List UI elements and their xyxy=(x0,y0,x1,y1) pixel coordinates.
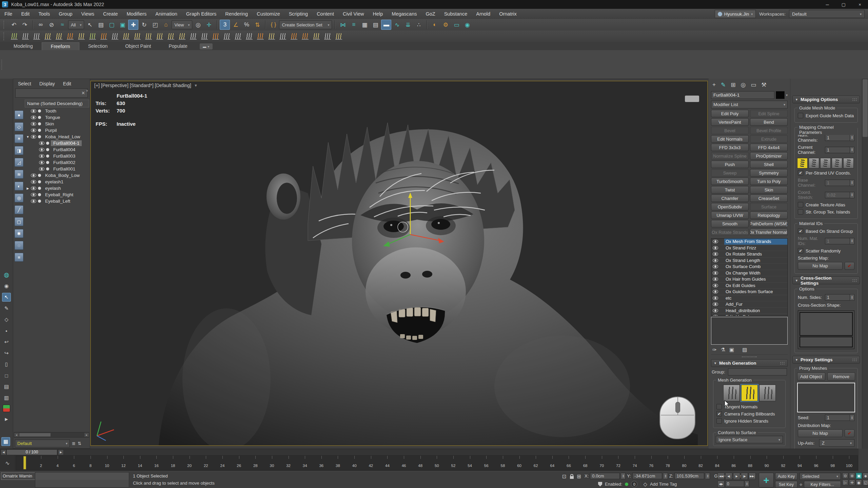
menu-item[interactable]: Megascans xyxy=(387,11,421,17)
stack-empty-listbox[interactable] xyxy=(711,317,788,345)
modifier-button[interactable]: Smooth xyxy=(711,220,749,227)
menu-item[interactable]: File xyxy=(0,11,17,17)
side-tool-icon[interactable]: ▯ xyxy=(2,360,11,369)
frame-tick[interactable]: 30 xyxy=(264,456,280,470)
frame-tick[interactable]: 40 xyxy=(346,456,363,470)
toolbar-icon[interactable]: ◐ xyxy=(430,20,440,30)
modifier-button[interactable]: Bevel Profile xyxy=(750,127,788,134)
spinner-row[interactable]: Coord. Stretch:0.02 xyxy=(798,190,854,200)
frame-tick[interactable]: 50 xyxy=(429,456,445,470)
list-icon[interactable]: ≣ xyxy=(72,441,76,446)
scene-object-row[interactable]: Tooth xyxy=(25,108,90,114)
toolbar-icon[interactable]: ∿ xyxy=(392,20,402,30)
ribbon-tab[interactable]: Object Paint xyxy=(116,42,160,50)
menu-item[interactable]: Animation xyxy=(151,11,181,17)
toolbar-icon[interactable]: ↶ xyxy=(9,20,19,30)
render-toggle-icon[interactable] xyxy=(38,122,41,125)
visibility-eye-icon[interactable] xyxy=(39,161,44,164)
motion-paths-icon[interactable]: ⟡ xyxy=(800,482,803,487)
spinner-arrows[interactable] xyxy=(850,147,854,153)
toolbar-icon[interactable]: ◎ xyxy=(193,20,203,30)
shield-icon[interactable] xyxy=(598,482,602,487)
selection-filter-select[interactable]: All▾ xyxy=(68,20,84,29)
toolbar-icon[interactable]: ▤ xyxy=(370,20,380,30)
expand-arrow-icon[interactable]: ▼ xyxy=(25,135,30,139)
key-mode-toggle-icon[interactable]: ◀▶ xyxy=(717,481,725,488)
modifier-button[interactable]: Extrude xyxy=(750,135,788,143)
playback-button[interactable]: |▶ xyxy=(741,473,748,480)
menu-item[interactable]: Group xyxy=(54,11,77,17)
scene-object-row[interactable]: FurBall002 xyxy=(25,159,90,166)
menu-item[interactable]: Modifiers xyxy=(122,11,151,17)
frame-tick[interactable]: 6 xyxy=(66,456,82,470)
menu-item[interactable]: Create xyxy=(99,11,122,17)
modifier-button[interactable]: Ox Transfer Normals xyxy=(750,228,788,236)
toolbar-icon[interactable]: ⇅ xyxy=(252,20,262,30)
toolbar-icon[interactable]: ✛ xyxy=(204,20,214,30)
ornatrix-tool-icon[interactable] xyxy=(222,31,232,41)
z-coordinate-field[interactable]: 101.539cm xyxy=(674,473,704,479)
side-tool-icon[interactable]: ◉ xyxy=(2,282,11,290)
modifier-button[interactable]: Turn to Poly xyxy=(750,178,788,185)
modifier-stack-row[interactable]: Ox Change Width xyxy=(711,270,787,277)
checkbox-row[interactable]: Ignore Hidden Strands xyxy=(716,418,782,424)
ornatrix-tool-icon[interactable] xyxy=(199,31,210,41)
side-tool-icon[interactable]: • xyxy=(2,326,11,335)
modifier-visibility-icon[interactable] xyxy=(713,240,718,243)
frame-tick[interactable]: 84 xyxy=(709,456,726,470)
modifier-stack-row[interactable]: Ox Edit Guides xyxy=(711,283,787,289)
render-toggle-icon[interactable] xyxy=(38,135,41,138)
modifier-button[interactable]: Shell xyxy=(750,161,788,168)
toolbar-icon[interactable]: ∴ xyxy=(414,20,424,30)
scene-object-row[interactable]: FurBall003 xyxy=(25,153,90,159)
ornatrix-tool-icon[interactable] xyxy=(121,31,131,41)
frame-tick[interactable]: 82 xyxy=(692,456,709,470)
modifier-stack-row[interactable]: Ox Rotate Strands xyxy=(711,251,787,258)
frame-tick[interactable]: 34 xyxy=(297,456,313,470)
modifier-button[interactable]: Skin xyxy=(750,186,788,194)
side-tool-icon[interactable]: ◇ xyxy=(2,315,11,324)
visibility-eye-icon[interactable] xyxy=(31,116,36,119)
window-control-button[interactable]: × xyxy=(852,0,868,9)
uv-mode-icon[interactable] xyxy=(843,158,854,168)
render-toggle-icon[interactable] xyxy=(46,142,49,145)
set-keys-button[interactable]: + xyxy=(759,473,774,488)
toolbar-icon[interactable]: ⊘ xyxy=(46,20,57,30)
modifier-list-select[interactable]: Modifier List ▾ xyxy=(711,101,788,108)
side-tool-icon[interactable]: ✎ xyxy=(2,304,11,313)
modifier-visibility-icon[interactable] xyxy=(713,290,718,293)
spinner-arrows[interactable] xyxy=(850,135,854,141)
command-panel-tab[interactable]: + xyxy=(712,81,716,88)
render-toggle-icon[interactable] xyxy=(38,200,41,203)
toolbar-icon[interactable]: ⌂ xyxy=(161,20,171,30)
scene-object-row[interactable]: Purpil xyxy=(25,127,90,134)
reference-coordinate-select[interactable]: View▾ xyxy=(172,20,192,29)
ornatrix-tool-icon[interactable] xyxy=(244,31,254,41)
ornatrix-tool-icon[interactable] xyxy=(188,31,198,41)
display-filter-icon[interactable]: ☀ xyxy=(15,134,23,143)
side-tool-icon[interactable]: □ xyxy=(2,371,11,380)
rollout-proxy-settings[interactable]: ▼ Proxy Settings xyxy=(792,356,860,364)
display-filter-icon[interactable]: ◨ xyxy=(15,146,23,155)
modifier-stack-row[interactable]: Ox Hair from Guides xyxy=(711,276,787,283)
scene-object-row[interactable]: Eyeball_Left xyxy=(25,198,90,204)
named-selection-sets-select[interactable]: Create Selection Set▾ xyxy=(279,20,332,29)
toolbar-grip[interactable] xyxy=(3,21,6,29)
current-frame-field[interactable]: 0 xyxy=(725,481,744,487)
render-toggle-icon[interactable] xyxy=(38,174,41,177)
toolbar-icon[interactable]: ▤ xyxy=(96,20,106,30)
ornatrix-tool-icon[interactable] xyxy=(322,31,333,41)
spinner-row[interactable]: Num. Sides:1 xyxy=(798,294,854,301)
toolbar-icon[interactable]: ↖ xyxy=(85,20,95,30)
modifier-stack-row[interactable]: Ox Strand Frizz xyxy=(711,245,787,251)
modifier-visibility-icon[interactable] xyxy=(713,252,718,256)
uv-mode-icon[interactable] xyxy=(809,158,819,168)
toolbar-icon[interactable]: ↻ xyxy=(139,20,149,30)
toolbar-icon[interactable]: % xyxy=(241,20,252,30)
modifier-visibility-icon[interactable] xyxy=(713,284,718,287)
visibility-eye-icon[interactable] xyxy=(39,167,44,171)
menu-item[interactable]: Graph Editors xyxy=(182,11,221,17)
visibility-eye-icon[interactable] xyxy=(31,109,36,113)
maxscript-mini-listener[interactable] xyxy=(35,472,129,488)
explorer-preset-select[interactable]: Default ▾ xyxy=(15,440,70,447)
